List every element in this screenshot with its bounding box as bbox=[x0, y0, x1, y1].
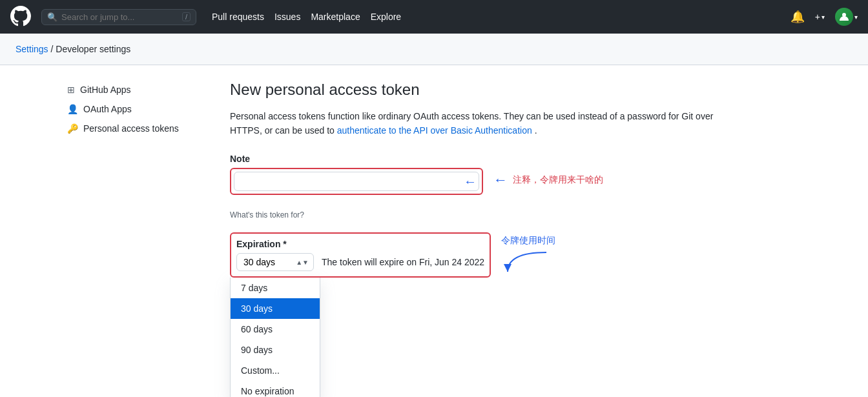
dropdown-item-30-days[interactable]: 30 days bbox=[231, 298, 320, 319]
expiration-section: Expiration * 7 days30 days60 days90 days… bbox=[230, 232, 806, 397]
dropdown-item-90-days[interactable]: 90 days bbox=[231, 340, 320, 360]
main-layout: ⊞ GitHub Apps 👤 OAuth Apps 🔑 Personal ac… bbox=[46, 65, 822, 397]
search-icon: 🔍 bbox=[47, 12, 57, 22]
github-logo[interactable] bbox=[10, 6, 31, 28]
note-input[interactable] bbox=[234, 172, 479, 191]
note-annotation-text: 注释，令牌用来干啥的 bbox=[513, 174, 603, 186]
topnav-marketplace[interactable]: Marketplace bbox=[311, 12, 360, 22]
expiration-inner: 7 days30 days60 days90 daysCustom...No e… bbox=[236, 253, 484, 271]
expiry-message: The token will expire on Fri, Jun 24 202… bbox=[322, 257, 484, 267]
topnav-explore[interactable]: Explore bbox=[371, 12, 401, 22]
expiry-annotation-area: 令牌使用时间 bbox=[501, 235, 555, 275]
api-auth-link[interactable]: authenticate to the API over Basic Authe… bbox=[337, 125, 532, 136]
search-input[interactable] bbox=[61, 12, 178, 22]
note-field-wrapper: ← bbox=[230, 168, 483, 195]
developer-settings-label: Developer settings bbox=[56, 44, 130, 54]
user-menu[interactable]: ▾ bbox=[835, 8, 858, 26]
note-label: Note bbox=[230, 154, 483, 164]
search-box[interactable]: 🔍 / bbox=[41, 9, 196, 25]
topnav-issues[interactable]: Issues bbox=[274, 12, 300, 22]
page-title: New personal access token bbox=[230, 81, 806, 99]
topnav-links: Pull requests Issues Marketplace Explore bbox=[212, 12, 401, 22]
settings-link[interactable]: Settings bbox=[16, 44, 48, 54]
plus-icon: + bbox=[815, 12, 820, 22]
person-icon: 👤 bbox=[67, 104, 78, 114]
sidebar-label-github-apps: GitHub Apps bbox=[80, 85, 131, 95]
dropdown-item-60-days[interactable]: 60 days bbox=[231, 319, 320, 340]
main-content: New personal access token Personal acces… bbox=[230, 81, 806, 397]
top-navigation: 🔍 / Pull requests Issues Marketplace Exp… bbox=[0, 0, 868, 34]
new-menu-button[interactable]: + ▾ bbox=[815, 12, 825, 22]
sidebar-item-oauth-apps[interactable]: 👤 OAuth Apps bbox=[62, 100, 204, 118]
page-description: Personal access tokens function like ord… bbox=[230, 109, 721, 138]
expiration-select-wrapper: 7 days30 days60 days90 daysCustom...No e… bbox=[236, 253, 314, 271]
expiry-annotation-text: 令牌使用时间 bbox=[501, 235, 555, 247]
what-for-text: What's this token for? bbox=[230, 210, 806, 219]
key-icon: 🔑 bbox=[67, 123, 78, 134]
sidebar-label-oauth-apps: OAuth Apps bbox=[83, 104, 132, 114]
search-slash: / bbox=[182, 12, 191, 21]
dropdown-item-no-expiration[interactable]: No expiration bbox=[231, 381, 320, 397]
expiration-label: Expiration * bbox=[236, 239, 484, 249]
blue-arrow-right-icon: ← bbox=[493, 172, 508, 188]
topnav-pull-requests[interactable]: Pull requests bbox=[212, 12, 264, 22]
dropdown-chevron: ▾ bbox=[822, 14, 825, 21]
sidebar-item-github-apps[interactable]: ⊞ GitHub Apps bbox=[62, 81, 204, 99]
avatar-chevron: ▾ bbox=[854, 14, 858, 21]
expiration-dropdown: 7 days 30 days 60 days 90 days Custom...… bbox=[230, 278, 320, 397]
grid-icon: ⊞ bbox=[67, 85, 75, 95]
notifications-icon[interactable]: 🔔 bbox=[790, 10, 805, 24]
sidebar-item-personal-access-tokens[interactable]: 🔑 Personal access tokens bbox=[62, 119, 204, 137]
sidebar: ⊞ GitHub Apps 👤 OAuth Apps 🔑 Personal ac… bbox=[62, 81, 204, 397]
breadcrumb: Settings / Developer settings bbox=[0, 34, 868, 65]
dropdown-item-7-days[interactable]: 7 days bbox=[231, 278, 320, 298]
dropdown-item-custom[interactable]: Custom... bbox=[231, 360, 320, 381]
expiration-wrapper: Expiration * 7 days30 days60 days90 days… bbox=[230, 232, 491, 278]
sidebar-label-personal-access-tokens: Personal access tokens bbox=[83, 123, 179, 134]
curved-arrow-svg bbox=[501, 249, 553, 275]
note-annotation-area: ← 注释，令牌用来干啥的 bbox=[493, 172, 603, 188]
avatar bbox=[835, 8, 853, 26]
topnav-right: 🔔 + ▾ ▾ bbox=[790, 8, 858, 26]
expiration-select[interactable]: 7 days30 days60 days90 daysCustom...No e… bbox=[236, 253, 314, 271]
